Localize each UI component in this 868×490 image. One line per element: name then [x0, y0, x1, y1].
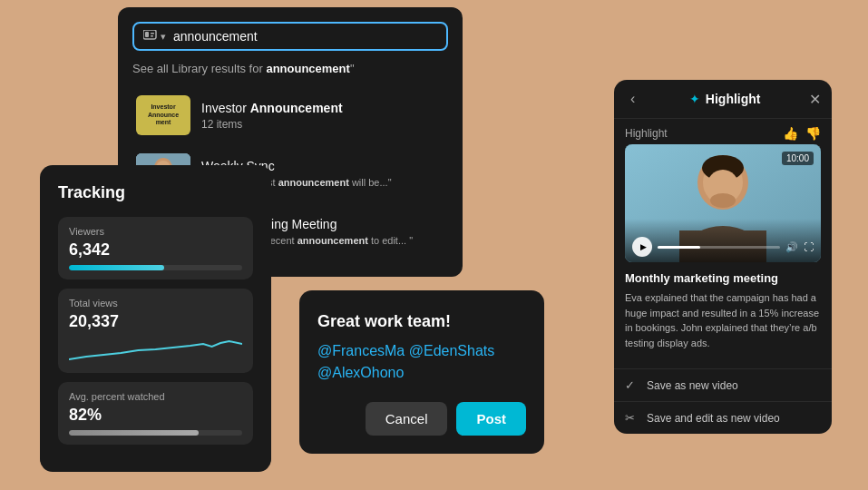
post-panel: Great work team! @FrancesMa @EdenShats@A…: [299, 290, 544, 454]
stat-avg-watched-bar: [69, 430, 242, 436]
post-title: Great work team!: [317, 312, 526, 331]
stat-viewers-label: Viewers: [69, 226, 242, 237]
search-type-icon[interactable]: ▾: [143, 30, 166, 43]
stat-viewers: Viewers 6,342: [58, 217, 253, 279]
stat-total-views-value: 20,337: [69, 312, 242, 331]
stat-avg-watched-fill: [69, 430, 199, 436]
tracking-panel: Tracking Viewers 6,342 Total views 20,33…: [40, 165, 271, 472]
tracking-title: Tracking: [58, 183, 253, 202]
search-input-row[interactable]: ▾ announcement: [132, 22, 448, 51]
stat-avg-watched-value: 82%: [69, 406, 242, 425]
video-fullscreen-button[interactable]: ⛶: [804, 241, 814, 252]
video-progress-bar[interactable]: [658, 246, 780, 249]
highlight-thumbup-button[interactable]: 👍: [783, 126, 798, 141]
post-button[interactable]: Post: [456, 402, 526, 436]
post-mentions: @FrancesMa @EdenShats@AlexOhono: [317, 340, 526, 384]
checkmark-icon: ✓: [625, 378, 639, 392]
highlight-header: ‹ ✦ Highlight ✕: [614, 80, 832, 119]
highlight-content: Monthly marketing meeting Eva explained …: [614, 262, 832, 368]
video-player: 10:00 ▶ 🔊 ⛶: [625, 144, 821, 262]
stat-avg-watched-label: Avg. percent watched: [69, 391, 242, 402]
stat-total-views: Total views 20,337: [58, 289, 253, 373]
video-controls[interactable]: ▶ 🔊 ⛶: [625, 219, 821, 262]
stat-avg-watched: Avg. percent watched 82%: [58, 382, 253, 445]
result-info-investor: Investor Announcement 12 items: [201, 101, 444, 131]
stat-viewers-fill: [69, 265, 164, 270]
highlight-description: Eva explained that the campaign has had …: [625, 290, 821, 350]
save-as-video-label: Save as new video: [647, 379, 821, 392]
save-as-video-row[interactable]: ✓ Save as new video: [614, 368, 832, 401]
video-timestamp: 10:00: [782, 152, 814, 165]
result-count-investor: 12 items: [201, 118, 242, 131]
highlight-subheader: Highlight 👍 👎: [614, 119, 832, 144]
highlight-title: Highlight: [706, 92, 761, 106]
highlight-vote-actions: 👍 👎: [783, 126, 821, 141]
svg-rect-3: [151, 35, 153, 37]
play-icon: ▶: [640, 242, 647, 251]
stat-total-views-chart: [69, 337, 242, 364]
search-input[interactable]: announcement: [173, 29, 437, 44]
svg-point-29: [710, 193, 736, 208]
highlight-star-icon: ✦: [689, 92, 700, 106]
highlight-close-button[interactable]: ✕: [809, 91, 821, 108]
stat-viewers-bar: [69, 265, 242, 270]
highlight-thumbdown-button[interactable]: 👎: [805, 126, 821, 141]
svg-rect-1: [145, 32, 149, 37]
svg-rect-2: [151, 33, 154, 34]
highlight-video-title: Monthly marketing meeting: [625, 271, 821, 285]
cancel-button[interactable]: Cancel: [366, 402, 448, 436]
result-thumb-investor: InvestorAnnouncement: [136, 95, 190, 135]
stat-viewers-value: 6,342: [69, 240, 242, 260]
save-edit-video-label: Save and edit as new video: [647, 412, 821, 425]
highlight-panel: ‹ ✦ Highlight ✕ Highlight 👍 👎: [614, 80, 832, 434]
video-volume-button[interactable]: 🔊: [785, 241, 798, 253]
video-play-button[interactable]: ▶: [632, 237, 652, 257]
post-buttons: Cancel Post: [317, 402, 526, 436]
search-result-investor[interactable]: InvestorAnnouncement Investor Announceme…: [132, 88, 448, 142]
search-hint: See all Library results for announcement…: [132, 62, 448, 75]
highlight-back-button[interactable]: ‹: [625, 89, 640, 109]
result-meta-investor: 12 items: [201, 118, 444, 131]
video-progress-fill: [658, 246, 700, 249]
scissors-icon: ✂: [625, 411, 639, 425]
highlight-subheader-label: Highlight: [625, 127, 668, 140]
result-title-investor: Investor Announcement: [201, 101, 444, 115]
stat-total-views-label: Total views: [69, 298, 242, 309]
save-edit-video-row[interactable]: ✂ Save and edit as new video: [614, 401, 832, 434]
highlight-title-row: ✦ Highlight: [689, 92, 761, 106]
